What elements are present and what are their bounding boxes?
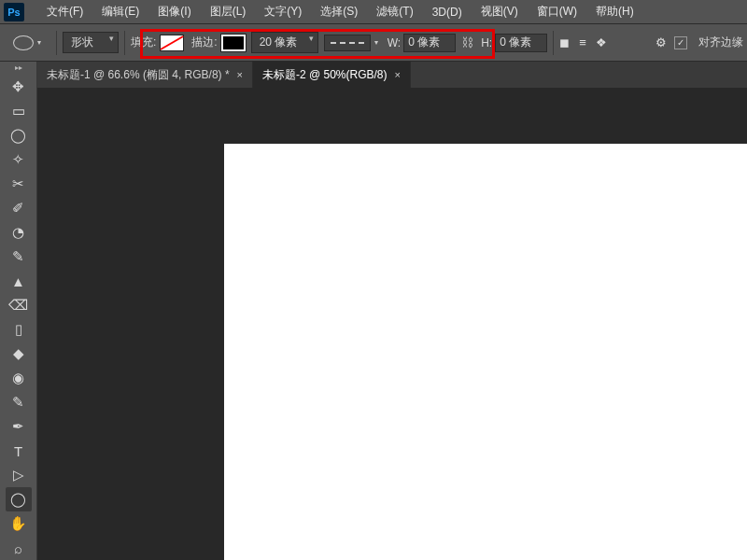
height-label: H:: [481, 36, 492, 49]
width-input[interactable]: [403, 34, 456, 52]
menu-file[interactable]: 文件(F): [37, 0, 92, 23]
canvas-area[interactable]: [37, 88, 747, 560]
tool-gradient[interactable]: ▯: [6, 317, 32, 342]
tool-crop[interactable]: ✂: [6, 172, 32, 196]
gear-icon[interactable]: ⚙: [655, 35, 667, 49]
stroke-label: 描边:: [191, 35, 217, 50]
document-tabs: 未标题-1 @ 66.6% (椭圆 4, RGB/8) * × 未标题-2 @ …: [37, 62, 747, 88]
tab-label: 未标题-2 @ 50%(RGB/8): [262, 67, 388, 83]
tool-lasso[interactable]: ◯: [6, 123, 32, 147]
menu-window[interactable]: 窗口(W): [528, 0, 586, 23]
arrange-icon[interactable]: ❖: [596, 35, 607, 49]
menu-help[interactable]: 帮助(H): [586, 0, 643, 23]
main-area: ▸▸ ✥▭◯✧✂✐◔✎▲⌫▯◆◉✎✒T▷◯✋⌕ 未标题-1 @ 66.6% (椭…: [0, 62, 747, 560]
tool-blur[interactable]: ◆: [6, 342, 32, 366]
close-icon[interactable]: ×: [395, 69, 401, 80]
tools-expander-icon[interactable]: ▸▸: [15, 63, 22, 75]
canvas[interactable]: [224, 144, 747, 560]
tool-eyedropper[interactable]: ✐: [6, 196, 32, 220]
document-tab-1[interactable]: 未标题-1 @ 66.6% (椭圆 4, RGB/8) * ×: [37, 62, 253, 88]
tools-panel: ▸▸ ✥▭◯✧✂✐◔✎▲⌫▯◆◉✎✒T▷◯✋⌕: [0, 62, 37, 560]
tool-hand[interactable]: ✋: [6, 511, 32, 536]
separator: [56, 31, 57, 55]
tool-zoom[interactable]: ⌕: [6, 536, 32, 560]
fill-swatch[interactable]: [160, 35, 184, 51]
tab-label: 未标题-1 @ 66.6% (椭圆 4, RGB/8) *: [47, 67, 230, 83]
tool-brush[interactable]: ✎: [6, 245, 32, 269]
menu-layer[interactable]: 图层(L): [201, 0, 256, 23]
stroke-style-dropdown[interactable]: [324, 35, 371, 51]
options-bar: ▾ 形状 填充: 描边: 20 像素 ▾ W: ⛓ H: ◼ ≡ ❖ ⚙ ✓ 对…: [0, 24, 747, 62]
separator: [124, 31, 125, 55]
menu-view[interactable]: 视图(V): [472, 0, 528, 23]
menubar: Ps 文件(F) 编辑(E) 图像(I) 图层(L) 文字(Y) 选择(S) 滤…: [0, 0, 747, 24]
tool-path-select[interactable]: ✒: [6, 414, 32, 439]
tool-move[interactable]: ✥: [6, 75, 32, 99]
path-ops-icon[interactable]: ◼: [559, 35, 570, 49]
ellipse-tool-icon[interactable]: [13, 35, 34, 50]
tool-marquee[interactable]: ▭: [6, 99, 32, 123]
tool-eraser[interactable]: ⌫: [6, 293, 32, 317]
tool-preset-caret-icon[interactable]: ▾: [37, 38, 41, 47]
stroke-size-dropdown[interactable]: 20 像素: [251, 32, 318, 53]
stroke-swatch[interactable]: [221, 35, 246, 51]
close-icon[interactable]: ×: [237, 69, 243, 80]
menu-image[interactable]: 图像(I): [148, 0, 200, 23]
workspace: 未标题-1 @ 66.6% (椭圆 4, RGB/8) * × 未标题-2 @ …: [37, 62, 747, 560]
document-tab-2[interactable]: 未标题-2 @ 50%(RGB/8) ×: [253, 62, 411, 88]
tool-magic-wand[interactable]: ✧: [6, 147, 32, 172]
tool-dodge[interactable]: ◉: [6, 366, 32, 390]
menu-filter[interactable]: 滤镜(T): [367, 0, 422, 23]
tool-pen[interactable]: ✎: [6, 390, 32, 414]
width-label: W:: [388, 36, 401, 49]
tool-ellipse[interactable]: ◯: [6, 487, 32, 511]
align-icon[interactable]: ≡: [579, 35, 586, 49]
align-edges-label: 对齐边缘: [698, 35, 743, 50]
link-wh-icon[interactable]: ⛓: [461, 35, 473, 49]
separator: [553, 31, 554, 55]
menu-type[interactable]: 文字(Y): [255, 0, 311, 23]
height-input[interactable]: [495, 34, 547, 52]
menu-edit[interactable]: 编辑(E): [92, 0, 148, 23]
fill-label: 填充:: [131, 35, 156, 50]
menu-3d[interactable]: 3D(D): [423, 2, 472, 22]
tool-direct-select[interactable]: ▷: [6, 463, 32, 487]
align-edges-checkbox[interactable]: ✓: [674, 36, 687, 49]
tool-clone[interactable]: ▲: [6, 269, 32, 293]
dash-line-icon: [331, 42, 364, 44]
stroke-style-caret-icon[interactable]: ▾: [374, 38, 378, 47]
tool-healing[interactable]: ◔: [6, 220, 32, 245]
ps-logo: Ps: [4, 3, 24, 21]
shape-mode-dropdown[interactable]: 形状: [63, 32, 119, 53]
tool-text[interactable]: T: [6, 439, 32, 463]
menu-select[interactable]: 选择(S): [311, 0, 367, 23]
